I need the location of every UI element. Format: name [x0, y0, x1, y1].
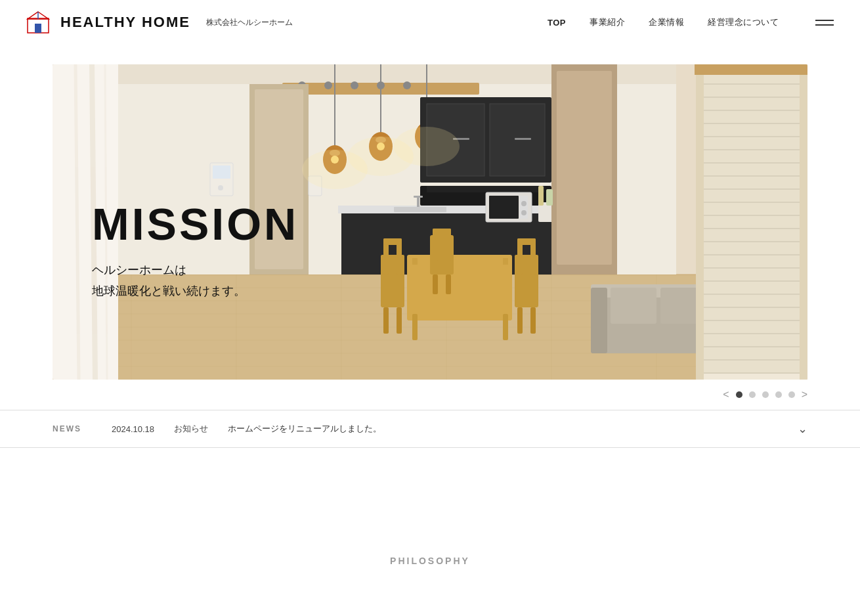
news-chevron-icon[interactable]: ⌄ [798, 422, 807, 436]
header: HEALTHY HOME 株式会社ヘルシーホーム TOP 事業紹介 企業情報 経… [0, 0, 860, 45]
svg-rect-97 [702, 71, 801, 373]
nav-keiei[interactable]: 経営理念について [708, 16, 779, 28]
svg-rect-135 [538, 186, 544, 206]
svg-point-61 [521, 201, 527, 206]
slider-dot-5[interactable] [788, 391, 795, 398]
hero-subtitle-line2: 地球温暖化と戦い続けます。 [92, 285, 246, 298]
svg-rect-122 [800, 64, 807, 380]
slider-prev[interactable]: < [723, 389, 729, 401]
logo-subtitle: 株式会社ヘルシーホーム [206, 17, 293, 28]
svg-rect-50 [515, 138, 531, 140]
svg-rect-57 [414, 196, 423, 198]
svg-rect-72 [383, 307, 389, 334]
news-section: NEWS 2024.10.18 お知らせ ホームページをリニューアルしました。 … [0, 410, 860, 448]
svg-rect-73 [397, 307, 402, 334]
svg-rect-94 [611, 288, 656, 324]
header-nav: TOP 事業紹介 企業情報 経営理念について [548, 16, 834, 28]
nav-top[interactable]: TOP [548, 18, 566, 28]
svg-point-45 [403, 81, 411, 89]
svg-rect-2 [35, 24, 38, 33]
svg-rect-59 [489, 196, 519, 219]
hero-image: MISSION ヘルシーホームは 地球温暖化と戦い続けます。 [53, 64, 807, 380]
slider-controls: < > [0, 380, 860, 410]
svg-point-42 [324, 81, 332, 89]
svg-rect-87 [433, 229, 451, 235]
hero-subtitle-line1: ヘルシーホームは [92, 263, 186, 276]
svg-rect-123 [695, 64, 807, 75]
svg-rect-88 [433, 275, 438, 294]
news-date: 2024.10.18 [112, 424, 154, 434]
header-left: HEALTHY HOME 株式会社ヘルシーホーム [26, 11, 293, 34]
svg-rect-55 [394, 207, 446, 212]
hero-subtitle: ヘルシーホームは 地球温暖化と戦い続けます。 [92, 259, 299, 302]
slider-next[interactable]: > [802, 389, 807, 401]
svg-point-134 [394, 127, 460, 166]
svg-rect-79 [517, 307, 523, 334]
hero-section: MISSION ヘルシーホームは 地球温暖化と戦い続けます。 [0, 45, 860, 380]
svg-rect-68 [412, 258, 418, 265]
slider-dot-4[interactable] [775, 391, 782, 398]
svg-rect-121 [696, 64, 704, 380]
hero-title: MISSION [92, 202, 299, 246]
svg-rect-83 [517, 238, 536, 245]
slider-dot-3[interactable] [762, 391, 769, 398]
svg-rect-76 [383, 238, 402, 245]
svg-rect-69 [503, 258, 508, 265]
svg-rect-92 [591, 288, 607, 353]
svg-rect-67 [503, 314, 508, 340]
bottom-section: PHILOSOPHY [0, 448, 860, 579]
svg-rect-89 [446, 275, 451, 294]
nav-jigyou[interactable]: 事業紹介 [590, 16, 625, 28]
svg-point-44 [377, 81, 385, 89]
logo-icon [26, 11, 50, 34]
svg-rect-125 [557, 71, 612, 265]
news-label: NEWS [53, 424, 92, 433]
svg-rect-52 [427, 186, 545, 192]
logo-text: HEALTHY HOME [60, 14, 190, 31]
slider-dot-2[interactable] [749, 391, 756, 398]
hero-overlay: MISSION ヘルシーホームは 地球温暖化と戦い続けます。 [92, 202, 299, 302]
news-category: お知らせ [174, 423, 208, 435]
hamburger-button[interactable] [815, 20, 834, 26]
news-text: ホームページをリニューアルしました。 [228, 423, 778, 435]
svg-point-62 [521, 210, 527, 215]
news-bar: NEWS 2024.10.18 お知らせ ホームページをリニューアルしました。 … [53, 410, 807, 447]
nav-kigyou[interactable]: 企業情報 [649, 16, 684, 28]
svg-point-130 [218, 185, 223, 190]
svg-rect-3 [38, 24, 41, 33]
svg-rect-129 [213, 165, 230, 179]
philosophy-label: PHILOSOPHY [390, 556, 470, 566]
svg-point-43 [351, 81, 358, 89]
svg-rect-66 [412, 314, 418, 340]
slider-dot-1[interactable] [736, 391, 742, 398]
svg-rect-65 [407, 255, 512, 320]
svg-rect-80 [530, 307, 536, 334]
svg-rect-136 [546, 189, 553, 206]
